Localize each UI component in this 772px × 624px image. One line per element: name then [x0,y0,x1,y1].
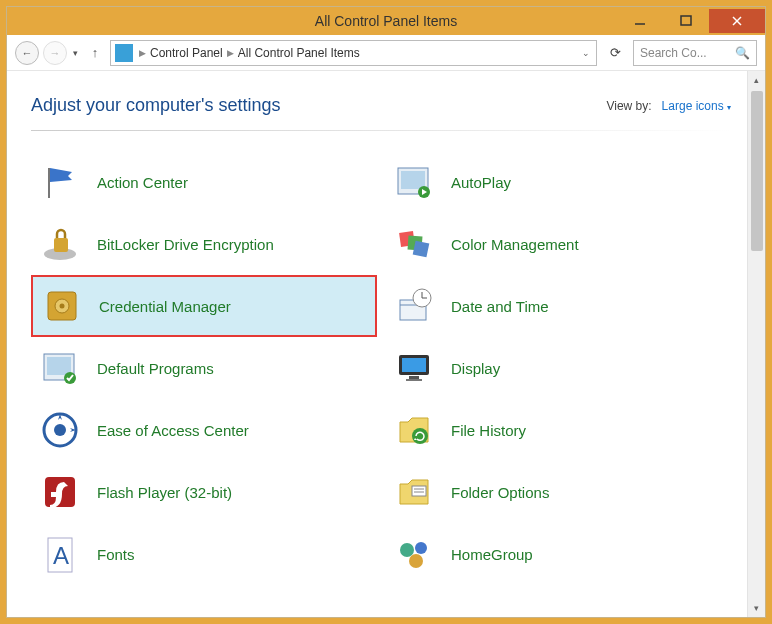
window: All Control Panel Items ← → ▾ ↑ ▶ Contro… [6,6,766,618]
svg-point-37 [400,543,414,557]
folder-options-icon [393,471,435,513]
search-input[interactable]: Search Co... 🔍 [633,40,757,66]
item-label: Color Management [451,236,579,253]
item-label: HomeGroup [451,546,533,563]
item-label: AutoPlay [451,174,511,191]
item-label: BitLocker Drive Encryption [97,236,274,253]
autoplay-icon [393,161,435,203]
view-by: View by: Large icons ▾ [606,99,731,113]
main-panel: Adjust your computer's settings View by:… [7,71,747,617]
item-folder-options[interactable]: Folder Options [385,461,731,523]
item-label: Fonts [97,546,135,563]
history-dropdown-icon[interactable]: ▾ [71,48,80,58]
item-action-center[interactable]: Action Center [31,151,377,213]
content: Adjust your computer's settings View by:… [7,71,765,617]
item-label: Action Center [97,174,188,191]
header-row: Adjust your computer's settings View by:… [31,95,731,116]
item-display[interactable]: Display [385,337,731,399]
window-title: All Control Panel Items [315,13,457,29]
refresh-button[interactable]: ⟳ [601,40,629,66]
scrollbar[interactable]: ▴ ▾ [747,71,765,617]
item-label: Folder Options [451,484,549,501]
svg-point-15 [60,304,65,309]
view-by-label: View by: [606,99,651,113]
item-flash-player[interactable]: Flash Player (32-bit) [31,461,377,523]
item-bitlocker[interactable]: BitLocker Drive Encryption [31,213,377,275]
svg-rect-25 [402,358,426,372]
search-icon: 🔍 [735,46,750,60]
back-button[interactable]: ← [15,41,39,65]
titlebar: All Control Panel Items [7,7,765,35]
page-title: Adjust your computer's settings [31,95,281,116]
address-dropdown-icon[interactable]: ⌄ [578,48,594,58]
item-label: Ease of Access Center [97,422,249,439]
svg-point-38 [415,542,427,554]
fonts-icon: A [39,533,81,575]
item-default-programs[interactable]: Default Programs [31,337,377,399]
clock-calendar-icon [393,285,435,327]
item-fonts[interactable]: A Fonts [31,523,377,585]
svg-rect-4 [48,168,50,198]
color-icon [393,223,435,265]
display-icon [393,347,435,389]
search-placeholder: Search Co... [640,46,707,60]
breadcrumb-sep-icon: ▶ [137,48,148,58]
window-buttons [617,9,765,33]
flag-icon [39,161,81,203]
scroll-up-icon[interactable]: ▴ [748,71,765,89]
breadcrumb-level2[interactable]: All Control Panel Items [238,46,360,60]
up-button[interactable]: ↑ [84,42,106,64]
svg-text:A: A [53,542,69,569]
file-history-icon [393,409,435,451]
scroll-track[interactable] [748,253,765,599]
forward-button[interactable]: → [43,41,67,65]
maximize-button[interactable] [663,9,709,33]
divider [31,130,731,131]
item-file-history[interactable]: File History [385,399,731,461]
item-homegroup[interactable]: HomeGroup [385,523,731,585]
item-label: Credential Manager [99,298,231,315]
breadcrumb-sep-icon: ▶ [225,48,236,58]
svg-rect-1 [681,16,691,25]
item-label: Flash Player (32-bit) [97,484,232,501]
minimize-button[interactable] [617,9,663,33]
item-credential-manager[interactable]: Credential Manager [31,275,377,337]
item-label: Default Programs [97,360,214,377]
svg-rect-27 [406,379,422,381]
item-color-management[interactable]: Color Management [385,213,731,275]
control-panel-icon [115,44,133,62]
item-date-and-time[interactable]: Date and Time [385,275,731,337]
svg-rect-6 [401,171,425,189]
navbar: ← → ▾ ↑ ▶ Control Panel ▶ All Control Pa… [7,35,765,71]
item-autoplay[interactable]: AutoPlay [385,151,731,213]
default-programs-icon [39,347,81,389]
scroll-thumb[interactable] [751,91,763,251]
svg-rect-32 [412,486,426,496]
items-grid: Action Center AutoPlay BitLocker Drive E… [31,151,731,585]
svg-point-39 [409,554,423,568]
bitlocker-icon [39,223,81,265]
ease-of-access-icon [39,409,81,451]
item-label: Display [451,360,500,377]
svg-point-30 [412,428,428,444]
svg-rect-12 [413,241,430,258]
safe-icon [41,285,83,327]
view-by-dropdown[interactable]: Large icons ▾ [662,99,731,113]
svg-rect-9 [54,238,68,252]
chevron-down-icon: ▾ [727,103,731,112]
flash-icon [39,471,81,513]
svg-point-29 [54,424,66,436]
address-bar[interactable]: ▶ Control Panel ▶ All Control Panel Item… [110,40,597,66]
item-label: Date and Time [451,298,549,315]
scroll-down-icon[interactable]: ▾ [748,599,765,617]
close-button[interactable] [709,9,765,33]
item-ease-of-access[interactable]: Ease of Access Center [31,399,377,461]
item-label: File History [451,422,526,439]
svg-rect-26 [409,376,419,379]
breadcrumb-level1[interactable]: Control Panel [150,46,223,60]
svg-rect-22 [47,357,71,375]
homegroup-icon [393,533,435,575]
